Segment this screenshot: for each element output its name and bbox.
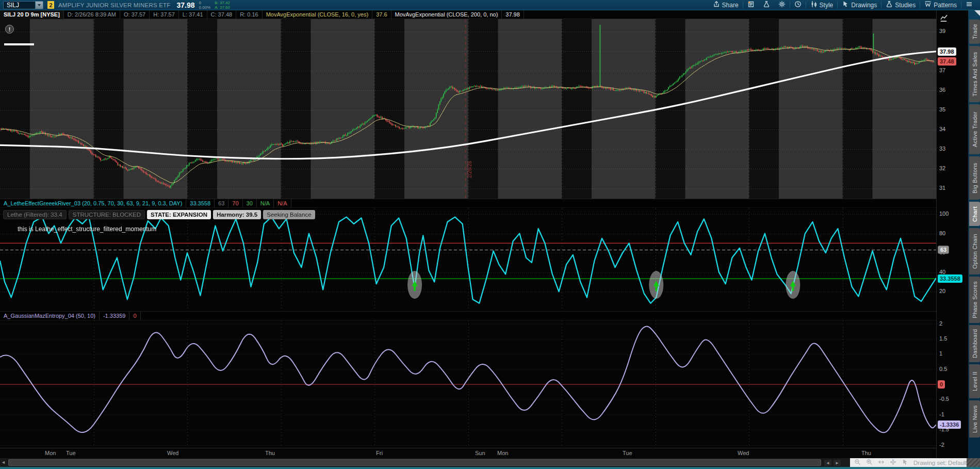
entropy-axis-badge: 0 bbox=[938, 380, 945, 389]
toolbar-button-news-icon[interactable] bbox=[743, 0, 759, 10]
chevron-down-icon bbox=[38, 4, 41, 6]
menu-icon bbox=[966, 1, 973, 9]
chart-note-text[interactable]: this is Leathe_effect_structure_filtered… bbox=[18, 225, 156, 233]
time-axis-label: Wed bbox=[167, 450, 178, 456]
time-axis[interactable]: MonTueWedThuFriSunMonTueWedThu bbox=[0, 448, 936, 458]
chartheader-cell-4: L: 37.41 bbox=[179, 10, 207, 19]
axis-settings-icon[interactable] bbox=[940, 14, 948, 23]
entropy-study-canvas[interactable] bbox=[0, 320, 936, 448]
time-axis-label: Thu bbox=[265, 450, 275, 456]
chartheader-cell-2: O: 37.57 bbox=[120, 10, 150, 19]
oscillator-axis-badge: 63 bbox=[938, 246, 949, 254]
toolbar-button-label: Share bbox=[722, 2, 739, 9]
toolbar-button-drawings[interactable]: Drawings bbox=[838, 0, 881, 10]
sidebar-tab-chart[interactable]: Chart bbox=[969, 202, 980, 226]
entropy-axis-tick: 0.5 bbox=[939, 366, 947, 372]
study2row-cell-0[interactable]: A_GaussianMazEntropy_04 (50, 10) bbox=[0, 311, 100, 320]
lethe-oscillator-canvas[interactable] bbox=[0, 208, 936, 311]
time-axis-label: Thu bbox=[861, 450, 871, 456]
scroll-forward-button[interactable]: ► bbox=[834, 460, 841, 466]
price-axis-tick: 31 bbox=[939, 185, 945, 191]
sidebar-tab-big-buttons[interactable]: Big Buttons bbox=[969, 156, 980, 200]
toolbar-button-clock-icon[interactable] bbox=[790, 0, 806, 10]
entropy-axis-tick: 1.5 bbox=[939, 335, 947, 342]
chart-tool-icons bbox=[854, 458, 908, 467]
price-axis-tick: 33 bbox=[939, 145, 945, 152]
study1row-cell-2: 63 bbox=[215, 199, 228, 208]
state-bubble-3: Harmony: 39.5 bbox=[213, 210, 261, 219]
oscillator-axis-badge: 33.3558 bbox=[938, 274, 962, 283]
toolbar-button-style[interactable]: Style bbox=[806, 0, 838, 10]
scrollbar-thumb[interactable] bbox=[8, 459, 821, 466]
symbol-input[interactable]: SILJ bbox=[3, 1, 43, 9]
toolbar-button-studies[interactable]: Studies bbox=[881, 0, 920, 10]
time-axis-label: Tue bbox=[66, 450, 76, 456]
sidebar-tab-trade[interactable]: Trade bbox=[969, 20, 980, 44]
link-group-badge[interactable]: 2 bbox=[47, 1, 54, 9]
chartheader-cell-10: 37.98 bbox=[502, 10, 524, 19]
company-name: AMPLIFY JUNIOR SILVER MINERS ETF bbox=[58, 2, 170, 8]
time-axis-label: Fri bbox=[376, 450, 383, 456]
sidebar-tab-active-trader[interactable]: Active Trader bbox=[969, 104, 980, 154]
sidebar-tab-dashboard[interactable]: Dashboard bbox=[969, 325, 980, 362]
change-value: 0 bbox=[199, 1, 211, 5]
state-bubble-2: STATE: EXPANSION bbox=[147, 210, 211, 219]
time-axis-label: Tue bbox=[623, 450, 632, 456]
bid-value: B: 37.42 bbox=[215, 1, 230, 5]
time-axis-label: Sun bbox=[475, 450, 485, 456]
chartheader-cell-9: MovAvgExponential (CLOSE, 200, 0, no) bbox=[391, 10, 502, 19]
scroll-back-button[interactable]: ◄ bbox=[824, 460, 831, 466]
scroll-left-icon[interactable]: ◄ bbox=[1, 460, 6, 465]
study1row-cell-4: 30 bbox=[243, 199, 257, 208]
flask-icon bbox=[886, 1, 893, 9]
time-axis-label: Wed bbox=[738, 450, 749, 456]
toolbar-button-label: Studies bbox=[895, 2, 916, 9]
toolbar-button-patterns[interactable]: Patterns bbox=[920, 0, 961, 10]
resize-grip[interactable] bbox=[967, 458, 980, 467]
toolbar-button-gear-icon[interactable] bbox=[774, 0, 790, 10]
price-axis-badge: 37.98 bbox=[938, 47, 956, 56]
gear-icon bbox=[778, 1, 786, 9]
chart-status-row: SILJ 20 D 9m [NYSE]D: 2/26/26 8:39 AMO: … bbox=[0, 10, 936, 19]
price-axis-tick: 35 bbox=[939, 106, 945, 112]
toolbar-button-menu-icon[interactable] bbox=[961, 0, 977, 10]
sidebar-tab-phase-scores[interactable]: Phase Scores bbox=[969, 277, 980, 323]
entropy-axis-tick: 2 bbox=[939, 320, 942, 327]
toolbar-button-flask-icon[interactable] bbox=[759, 0, 774, 10]
toolbar-button-label: Patterns bbox=[934, 2, 957, 9]
study1row-cell-0[interactable]: A_LetheEffectGreeekRiver_03 (20, 0.75, 7… bbox=[0, 199, 186, 208]
symbol-dropdown-button[interactable] bbox=[35, 2, 43, 9]
chartheader-cell-3: H: 37.57 bbox=[150, 10, 179, 19]
pointer-icon[interactable] bbox=[902, 458, 908, 467]
time-axis-label: Mon bbox=[45, 450, 56, 456]
sidebar-tab-level-ii[interactable]: Level II bbox=[969, 364, 980, 398]
zoom-out-icon[interactable] bbox=[854, 458, 861, 467]
sidebar-tab-times-and-sales[interactable]: Times And Sales bbox=[969, 46, 980, 102]
patterns-icon bbox=[924, 1, 932, 9]
study1row-cell-5: N/A bbox=[257, 199, 274, 208]
bid-ask-block: B: 37.42 A: 37.60 bbox=[215, 1, 230, 10]
state-bubble-1: STRUCTURE: BLOCKED bbox=[69, 210, 145, 219]
entropy-axis-tick: -1 bbox=[939, 411, 944, 417]
price-axis[interactable]: 393736353433323137.9837.4810080604020633… bbox=[936, 10, 968, 458]
price-chart-canvas[interactable] bbox=[0, 19, 936, 199]
sidebar-tab-option-chain[interactable]: Option Chain bbox=[969, 228, 980, 274]
drawing-set-selector[interactable]: Drawing set: Default bbox=[913, 460, 967, 466]
toolbar-button-share[interactable]: Share bbox=[709, 0, 743, 10]
trendline-drawing[interactable] bbox=[4, 43, 34, 45]
news-icon bbox=[747, 1, 755, 9]
sidebar-tab-live-news[interactable]: Live News bbox=[969, 400, 980, 438]
toolbar-button-label: Style bbox=[820, 2, 834, 9]
chartheader-cell-7: MovAvgExponential (CLOSE, 16, 0, yes) bbox=[263, 10, 373, 19]
sidebar-collapse-icon[interactable] bbox=[974, 10, 980, 16]
style-icon bbox=[810, 1, 818, 9]
toolbar-button-label: Drawings bbox=[851, 2, 877, 9]
zoom-in-icon[interactable] bbox=[866, 458, 873, 467]
oscillator-axis-tick: 80 bbox=[939, 230, 945, 236]
top-toolbar: SILJ 2 AMPLIFY JUNIOR SILVER MINERS ETF … bbox=[0, 0, 980, 10]
chart-message-icon[interactable]: ! bbox=[5, 25, 14, 34]
study1row-cell-6: N/A bbox=[274, 199, 291, 208]
move-icon[interactable] bbox=[890, 458, 896, 467]
arrows-h-icon[interactable] bbox=[878, 458, 885, 467]
time-axis-label: Mon bbox=[497, 450, 508, 456]
